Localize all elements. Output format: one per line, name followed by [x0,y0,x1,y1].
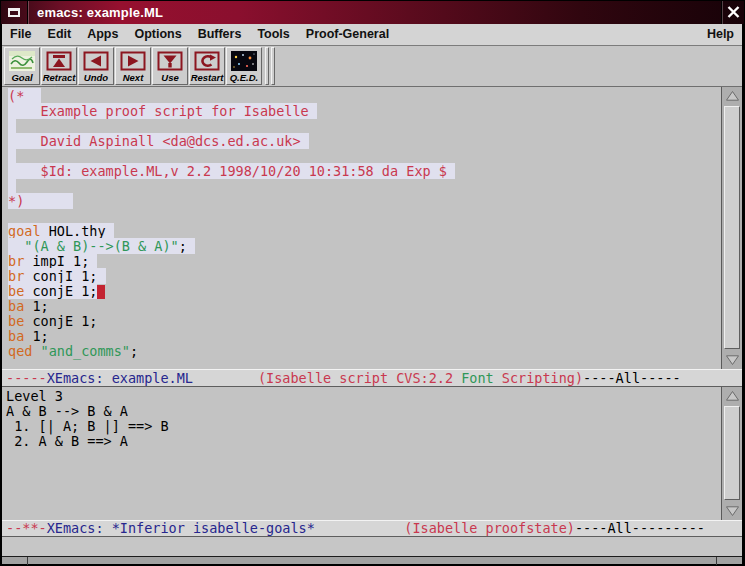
menu-item-help[interactable]: Help [699,24,742,45]
menu-item-file[interactable]: File [2,24,40,45]
menu-item-proof-general[interactable]: Proof-General [298,24,397,45]
text-segment: David Aspinall <da@dcs.ed.ac.uk> [8,133,309,149]
text-segment [315,520,404,536]
text-segment: (* [8,88,41,104]
script-buffer[interactable]: (* Example proof script for Isabelle Dav… [2,87,721,369]
text-segment: *) [8,193,73,209]
modeline-goals[interactable]: --**-XEmacs: *Inferior isabelle-goals* (… [2,520,742,537]
menu-item-options[interactable]: Options [126,24,189,45]
scroll-down-arrow-icon[interactable] [723,352,742,368]
text-segment: conjE 1; [24,283,97,299]
code-line: be conjE 1; [8,284,721,299]
locked-region-segment: br impI 1; [8,253,97,269]
locked-region-segment [8,118,16,134]
toolbar-button-label: Restart [191,72,224,84]
close-button[interactable] [722,1,744,24]
window-title: emacs: example.ML [28,5,721,20]
toolbar-button-retract[interactable]: Retract [41,47,77,85]
next-icon [120,50,146,72]
toolbar-button-qed[interactable]: Q.E.D. [226,47,262,85]
goals-line: 1. [| A; B |] ==> B [6,419,721,434]
text-segment: ; [179,238,195,254]
text-segment: impI 1; [24,253,97,269]
use-icon [157,50,183,72]
locked-region-segment: *) [8,193,73,209]
code-line: goal HOL.thy [8,224,721,239]
code-line: (* [8,89,721,104]
goals-line: A & B --> B & A [6,404,721,419]
goals-scrollbar[interactable] [721,387,742,520]
text-segment: goal [8,223,41,239]
hscroll-divider [27,557,28,565]
menu-item-edit[interactable]: Edit [40,24,80,45]
title-bar[interactable]: emacs: example.ML [1,1,744,24]
text-segment: Example proof script for Isabelle [8,103,317,119]
locked-region-segment [8,148,16,164]
toolbar-separator-1 [265,47,269,85]
text-segment: br [8,253,24,269]
goals-scrollbar-thumb[interactable] [724,406,740,500]
code-line: $Id: example.ML,v 2.2 1998/10/20 10:31:5… [8,164,721,179]
code-line: be conjE 1; [8,314,721,329]
hscroll-divider [716,557,717,565]
code-line: Example proof script for Isabelle [8,104,721,119]
text-segment: $Id: example.ML,v 2.2 1998/10/20 10:31:5… [8,163,455,179]
text-segment: be [8,283,24,299]
toolbar-button-restart[interactable]: Restart [189,47,225,85]
text-segment [8,148,16,164]
scroll-down-arrow-icon[interactable] [723,503,742,519]
retract-icon [46,50,72,72]
toolbar-button-label: Goal [11,72,32,84]
text-segment: br [8,268,24,284]
xemacs-frame: emacs: example.ML FileEditAppsOptionsBuf… [0,0,745,566]
text-segment: ----- [6,370,47,386]
menu-bar: FileEditAppsOptionsBuffersToolsProof-Gen… [2,24,742,46]
menu-item-tools[interactable]: Tools [249,24,297,45]
horizontal-scrollbar[interactable] [2,556,742,564]
toolbar-button-undo[interactable]: Undo [78,47,114,85]
locked-region-segment: $Id: example.ML,v 2.2 1998/10/20 10:31:5… [8,163,455,179]
text-segment [8,178,16,194]
text-segment: 1; [24,298,48,314]
minibuffer[interactable] [2,537,742,556]
text-cursor [97,285,105,299]
modeline-script[interactable]: -----XEmacs: example.ML (Isabelle script… [2,369,742,387]
close-icon [727,4,740,22]
text-segment: be [8,313,24,329]
locked-region-segment: br conjI 1; [8,268,106,284]
toolbar-button-next[interactable]: Next [115,47,151,85]
code-line: br conjI 1; [8,269,721,284]
script-scrollbar[interactable] [721,87,742,369]
toolbar-button-label: Undo [84,72,108,84]
scroll-up-arrow-icon[interactable] [723,88,742,104]
toolbar-button-label: Retract [43,72,76,84]
menu-item-apps[interactable]: Apps [79,24,126,45]
menubar-items: FileEditAppsOptionsBuffersToolsProof-Gen… [2,24,397,45]
window-menu-icon [8,8,20,17]
locked-region-segment: (* [8,88,41,104]
code-line: qed "and_comms"; [8,344,721,359]
goals-buffer[interactable]: Level 3A & B --> B & A 1. [| A; B |] ==>… [2,387,721,520]
locked-region-segment: be conjE 1; [8,283,97,299]
toolbar-button-goal[interactable]: Goal [4,47,40,85]
code-line: *) [8,194,721,209]
text-segment: ba [8,328,24,344]
locked-region-segment: goal HOL.thy [8,223,114,239]
window-menu-button[interactable] [1,1,27,24]
code-line: ba 1; [8,299,721,314]
toolbar-button-label: Use [161,72,178,84]
script-scrollbar-thumb[interactable] [724,106,740,349]
toolbar-button-use[interactable]: Use [152,47,188,85]
text-segment [32,343,40,359]
toolbar-button-label: Q.E.D. [230,72,259,84]
scroll-up-arrow-icon[interactable] [723,388,742,404]
goal-splash-icon [9,50,35,72]
text-segment: qed [8,343,32,359]
locked-region-segment [8,178,16,194]
text-segment: --**- [6,520,47,536]
locked-region-segment: Example proof script for Isabelle [8,103,317,119]
text-segment: conjI 1; [24,268,105,284]
menu-item-buffers[interactable]: Buffers [190,24,250,45]
text-segment: XEmacs: example.ML [47,370,193,386]
text-segment: conjE 1; [24,313,97,329]
